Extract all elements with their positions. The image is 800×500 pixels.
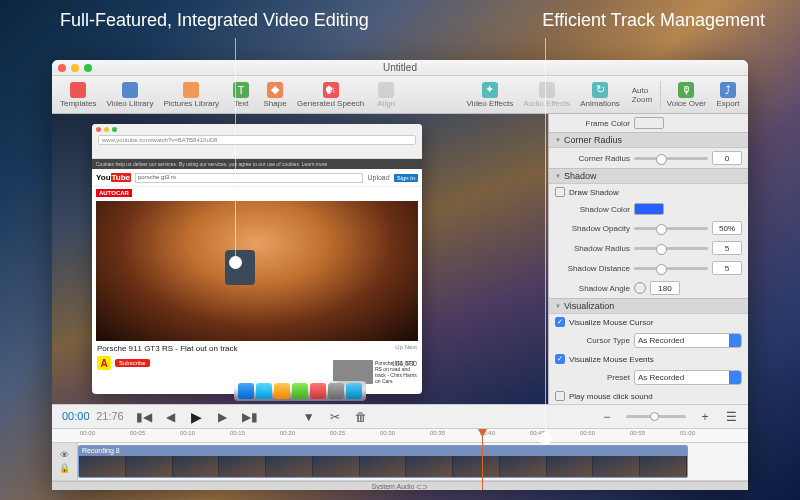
- visualization-section[interactable]: Visualization: [549, 298, 748, 314]
- angle-dial[interactable]: [634, 282, 646, 294]
- corner-radius-slider[interactable]: [634, 157, 708, 160]
- delete-button[interactable]: 🗑: [354, 410, 368, 424]
- eye-icon[interactable]: 👁: [60, 450, 69, 460]
- auto-zoom-button[interactable]: Auto Zoom: [626, 84, 658, 106]
- list-view-button[interactable]: ☰: [724, 410, 738, 424]
- generated-speech-button[interactable]: 🗣Generated Speech: [293, 80, 368, 110]
- current-time: 00:00: [62, 410, 90, 422]
- frame-color-swatch[interactable]: [634, 117, 664, 129]
- titlebar: Untitled: [52, 60, 748, 76]
- zoom-out-button[interactable]: −: [600, 410, 614, 424]
- autocar-badge: AUTOCAR: [96, 189, 132, 197]
- zoom-slider[interactable]: [626, 415, 686, 418]
- shadow-angle-field[interactable]: 180: [650, 281, 680, 295]
- marker-button[interactable]: ▼: [302, 410, 316, 424]
- upload-link: Upload: [367, 174, 389, 181]
- canvas-area[interactable]: www.youtube.com/watch?v=BATB8410uD8 Cook…: [52, 114, 548, 404]
- preset-select[interactable]: As Recorded: [634, 370, 742, 385]
- video-track[interactable]: 👁🔒 Recording 8: [52, 443, 748, 481]
- play-button[interactable]: ▶: [190, 409, 204, 425]
- timeline-ruler[interactable]: 00:0000:0500:1000:1500:2000:2500:3000:35…: [52, 429, 748, 443]
- play-sound-checkbox[interactable]: [555, 391, 565, 401]
- frame-color-label: Frame Color: [555, 119, 630, 128]
- skip-start-button[interactable]: ▮◀: [136, 410, 152, 424]
- window-title: Untitled: [52, 62, 748, 73]
- audio-track[interactable]: System Audio ⊂⊃: [52, 481, 748, 490]
- total-time: 21:76: [96, 410, 124, 422]
- youtube-logo: YouTube: [96, 173, 131, 182]
- shape-button[interactable]: ◆Shape: [259, 80, 291, 110]
- prev-frame-button[interactable]: ◀: [164, 410, 178, 424]
- align-button[interactable]: Align: [370, 80, 402, 110]
- viz-events-checkbox[interactable]: ✓: [555, 354, 565, 364]
- channel-icon: A: [97, 356, 111, 370]
- address-bar: www.youtube.com/watch?v=BATB8410uD8: [98, 135, 416, 145]
- video-player: [96, 201, 418, 341]
- next-frame-button[interactable]: ▶: [216, 410, 230, 424]
- video-title: Porsche 911 GT3 RS - Flat out on track: [97, 344, 238, 353]
- callout-dot: [229, 256, 242, 269]
- inspector-panel: Frame Color Corner Radius Corner Radius0…: [548, 114, 748, 404]
- subscribe-button: Subscribe: [115, 359, 150, 367]
- zoom-in-button[interactable]: +: [698, 410, 712, 424]
- clip-recording-8[interactable]: Recording 8: [78, 445, 688, 478]
- callout-line: [235, 38, 236, 260]
- callout-dot: [539, 432, 552, 445]
- animations-button[interactable]: ↻Animations: [576, 80, 624, 110]
- shadow-section[interactable]: Shadow: [549, 168, 748, 184]
- shadow-distance-field[interactable]: 5: [712, 261, 742, 275]
- signin-button: Sign in: [394, 174, 418, 182]
- draw-shadow-checkbox[interactable]: [555, 187, 565, 197]
- youtube-search-input: porsche gt3 rs: [135, 173, 363, 183]
- shadow-radius-field[interactable]: 5: [712, 241, 742, 255]
- skip-end-button[interactable]: ▶▮: [242, 410, 258, 424]
- callout-right: Efficient Track Management: [542, 10, 765, 31]
- app-window: Untitled Templates Video Library Picture…: [52, 60, 748, 490]
- safari-window-preview: www.youtube.com/watch?v=BATB8410uD8 Cook…: [92, 124, 422, 394]
- text-button[interactable]: TText: [225, 80, 257, 110]
- audio-effects-button[interactable]: Audio Effects: [519, 80, 574, 110]
- pictures-library-button[interactable]: Pictures Library: [159, 80, 223, 110]
- corner-radius-section[interactable]: Corner Radius: [549, 132, 748, 148]
- callout-line: [545, 38, 546, 436]
- callout-left: Full-Featured, Integrated Video Editing: [60, 10, 369, 31]
- templates-button[interactable]: Templates: [56, 80, 100, 110]
- playback-controls: 00:00 21:76 ▮◀ ◀ ▶ ▶ ▶▮ ▼ ✂ 🗑 − + ☰: [52, 404, 748, 428]
- cookie-banner: Cookies help us deliver our services. By…: [92, 159, 422, 169]
- shadow-opacity-field[interactable]: 50%: [712, 221, 742, 235]
- video-library-button[interactable]: Video Library: [102, 80, 157, 110]
- timeline[interactable]: 00:0000:0500:1000:1500:2000:2500:3000:35…: [52, 428, 748, 490]
- toolbar: Templates Video Library Pictures Library…: [52, 76, 748, 114]
- video-effects-button[interactable]: ✦Video Effects: [462, 80, 517, 110]
- macos-dock: [234, 381, 366, 401]
- split-button[interactable]: ✂: [328, 410, 342, 424]
- shadow-color-swatch[interactable]: [634, 203, 664, 215]
- cursor-type-select[interactable]: As Recorded: [634, 333, 742, 348]
- corner-radius-field[interactable]: 0: [712, 151, 742, 165]
- shadow-distance-slider[interactable]: [634, 267, 708, 270]
- viz-cursor-checkbox[interactable]: ✓: [555, 317, 565, 327]
- lock-icon[interactable]: 🔒: [59, 463, 70, 473]
- shadow-radius-slider[interactable]: [634, 247, 708, 250]
- playhead[interactable]: [482, 429, 483, 490]
- voice-over-button[interactable]: 🎙Voice Over: [663, 80, 710, 110]
- shadow-opacity-slider[interactable]: [634, 227, 708, 230]
- up-next-label: Up Next: [395, 344, 417, 353]
- export-button[interactable]: ⤴Export: [712, 80, 744, 110]
